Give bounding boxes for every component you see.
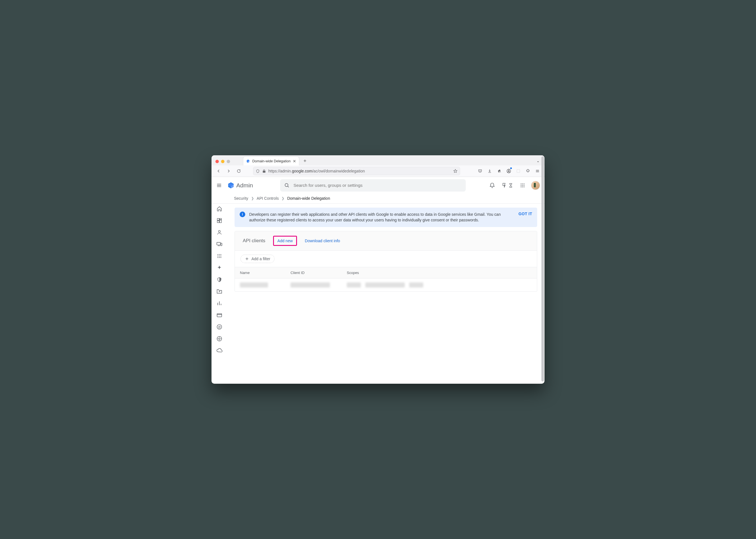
api-clients-panel: API clients Add new Download client info… [235, 231, 537, 292]
svg-point-8 [522, 185, 523, 186]
svg-point-3 [285, 184, 288, 187]
account-avatar[interactable] [531, 181, 540, 190]
nav-analytics-icon[interactable] [216, 300, 223, 307]
svg-rect-25 [217, 314, 222, 317]
nav-forward-button[interactable] [225, 167, 233, 175]
svg-point-24 [221, 257, 221, 258]
extension-slot-icon[interactable] [514, 167, 522, 175]
table-header: Name Client ID Scopes [235, 267, 537, 278]
nav-reload-button[interactable] [235, 167, 243, 175]
main-panel: i Developers can register their web appl… [227, 204, 544, 384]
nav-home-icon[interactable] [216, 205, 223, 212]
new-tab-button[interactable]: + [301, 157, 309, 165]
pocket-icon[interactable] [476, 167, 484, 175]
window-close[interactable] [215, 160, 219, 163]
tab-close-icon[interactable]: ✕ [293, 159, 296, 163]
svg-point-1 [508, 170, 510, 171]
panel-title: API clients [243, 238, 265, 244]
browser-window: Domain-wide Delegation ✕ + http [212, 155, 544, 384]
nav-rules-icon[interactable] [216, 335, 223, 342]
browser-toolbar: https://admin.google.com/ac/owl/domainwi… [212, 165, 544, 177]
svg-rect-15 [221, 243, 222, 246]
svg-point-20 [219, 256, 220, 257]
main-menu-button[interactable] [216, 182, 223, 189]
nav-dashboard-icon[interactable] [216, 217, 223, 224]
svg-point-5 [522, 184, 523, 184]
chevron-right-icon: ❯ [251, 196, 254, 200]
plus-icon [245, 257, 249, 261]
address-bar[interactable]: https://admin.google.com/ac/owl/domainwi… [253, 167, 460, 175]
redacted-scope [409, 282, 423, 287]
filter-row: Add a filter [235, 251, 537, 267]
tabs-overflow-icon[interactable] [536, 160, 540, 165]
nav-security-icon[interactable] [216, 276, 223, 283]
svg-point-12 [524, 187, 524, 188]
scrollbar[interactable] [541, 204, 544, 381]
svg-text:@: @ [218, 326, 221, 329]
add-new-button[interactable]: Add new [277, 239, 293, 243]
breadcrumb-security[interactable]: Security [234, 196, 248, 200]
svg-point-7 [520, 185, 521, 186]
nav-devices-icon[interactable] [216, 241, 223, 248]
column-name: Name [240, 270, 291, 275]
notifications-icon[interactable] [489, 182, 496, 189]
svg-rect-14 [217, 243, 221, 245]
redacted-client-id [291, 282, 330, 287]
left-nav-rail: @ [212, 204, 227, 384]
google-apps-icon[interactable] [519, 182, 526, 189]
svg-point-18 [221, 254, 221, 255]
extensions-icon[interactable] [524, 167, 532, 175]
redacted-scope [347, 282, 361, 287]
svg-point-19 [217, 256, 218, 257]
svg-point-16 [217, 254, 218, 255]
add-filter-button[interactable]: Add a filter [241, 255, 274, 263]
breadcrumb-api-controls[interactable]: API Controls [257, 196, 279, 200]
svg-point-10 [520, 187, 521, 188]
svg-point-4 [520, 184, 521, 184]
download-client-info-link[interactable]: Download client info [305, 239, 340, 243]
nav-billing-icon[interactable] [216, 312, 223, 318]
app-logo[interactable]: Admin [227, 182, 253, 189]
redacted-name [240, 282, 268, 287]
bookmark-star-icon[interactable] [453, 169, 457, 173]
nav-directory-icon[interactable] [216, 229, 223, 236]
redacted-scope [365, 282, 405, 287]
tasks-icon[interactable] [501, 182, 508, 189]
window-zoom[interactable] [227, 160, 230, 163]
chevron-right-icon: ❯ [282, 196, 284, 200]
nav-ai-icon[interactable] [216, 265, 223, 271]
nav-account-icon[interactable]: @ [216, 324, 223, 330]
svg-point-11 [522, 187, 523, 188]
window-minimize[interactable] [221, 160, 225, 163]
search-input[interactable] [294, 183, 462, 188]
svg-point-22 [217, 257, 218, 258]
account-icon[interactable] [505, 167, 513, 175]
svg-point-13 [219, 230, 221, 232]
column-scopes: Scopes [347, 270, 532, 275]
shield-icon [256, 169, 260, 173]
nav-storage-icon[interactable] [216, 347, 223, 354]
content-area: @ i Developers can register their web ap… [212, 204, 544, 384]
app-menu-icon[interactable] [533, 167, 542, 175]
devtools-icon[interactable] [495, 167, 504, 175]
app-name: Admin [236, 182, 253, 189]
nav-reporting-icon[interactable] [216, 288, 223, 295]
svg-point-21 [221, 256, 221, 257]
banner-text: Developers can register their web applic… [249, 211, 515, 223]
svg-rect-2 [517, 170, 520, 173]
favicon-icon [246, 159, 250, 163]
svg-point-6 [524, 184, 524, 184]
svg-point-23 [219, 257, 220, 258]
search-bar[interactable] [280, 179, 466, 192]
downloads-icon[interactable] [485, 167, 494, 175]
info-icon: i [240, 211, 245, 217]
nav-back-button[interactable] [214, 167, 223, 175]
browser-tab[interactable]: Domain-wide Delegation ✕ [243, 156, 299, 165]
add-new-highlight: Add new [273, 236, 297, 246]
nav-apps-icon[interactable] [216, 253, 223, 259]
hourglass-icon[interactable] [508, 182, 514, 189]
table-row[interactable] [235, 278, 537, 291]
banner-dismiss-button[interactable]: GOT IT [518, 211, 532, 216]
lock-icon [262, 169, 266, 173]
window-controls [215, 160, 232, 165]
